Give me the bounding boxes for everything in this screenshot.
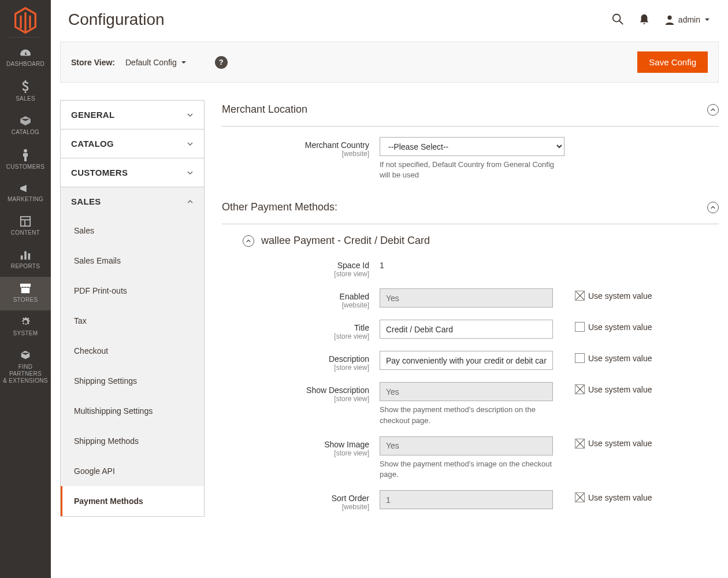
field-description: Description [store view] Use system valu…	[243, 351, 719, 372]
field-note: Show the payment method's description on…	[380, 405, 553, 425]
config-item-checkout[interactable]: Checkout	[61, 336, 204, 366]
config-tab-sales-items: Sales Sales Emails PDF Print-outs Tax Ch…	[60, 216, 205, 517]
nav-label: SALES	[2, 95, 49, 102]
chevron-down-icon	[187, 169, 194, 176]
store-view-label: Store View:	[71, 58, 115, 67]
enabled-input	[380, 288, 553, 307]
nav-sales[interactable]: SALES	[0, 75, 51, 109]
page-header: Configuration admin	[60, 0, 719, 42]
use-system-enabled[interactable]: Use system value	[575, 288, 652, 301]
nav-dashboard[interactable]: DASHBOARD	[0, 42, 51, 75]
nav-partners[interactable]: FIND PARTNERS& EXTENSIONS	[0, 344, 51, 391]
page-toolbar: Store View: Default Config ? Save Config	[60, 42, 719, 83]
config-item-sales[interactable]: Sales	[61, 216, 204, 246]
checkbox-icon	[575, 322, 585, 332]
config-tabs: GENERAL CATALOG CUSTOMERS SALES Sales Sa…	[60, 100, 205, 517]
title-input[interactable]	[380, 320, 553, 339]
field-label: Space Id	[243, 261, 369, 270]
collapse-icon	[707, 202, 719, 213]
checkbox-icon	[575, 353, 585, 363]
svg-rect-5	[24, 251, 27, 260]
nav-label: CATALOG	[2, 129, 49, 136]
field-show-image: Show Image [store view] Show the payment…	[243, 436, 719, 480]
fieldset-title: Merchant Location	[222, 103, 307, 116]
fieldset-title: Other Payment Methods:	[222, 201, 337, 213]
svg-point-7	[613, 14, 621, 21]
use-system-show-image[interactable]: Use system value	[575, 436, 652, 449]
merchant-country-select[interactable]: --Please Select--	[380, 137, 564, 156]
field-scope: [store view]	[243, 270, 369, 278]
field-space-id: Space Id [store view] 1	[243, 257, 719, 278]
search-icon[interactable]	[611, 13, 624, 27]
config-tab-customers[interactable]: CUSTOMERS	[60, 158, 205, 187]
system-icon	[2, 316, 49, 328]
chevron-down-icon	[187, 112, 194, 118]
nav-system[interactable]: SYSTEM	[0, 310, 51, 344]
nav-label: CONTENT	[2, 229, 49, 236]
nav-label: FIND PARTNERS& EXTENSIONS	[2, 364, 49, 384]
partners-icon	[2, 350, 49, 361]
fieldset-merchant-location-head[interactable]: Merchant Location	[222, 100, 719, 127]
notifications-icon[interactable]	[639, 13, 649, 27]
use-system-description[interactable]: Use system value	[575, 351, 652, 363]
config-item-pdf[interactable]: PDF Print-outs	[61, 276, 204, 306]
fieldset-wallee-card-head[interactable]: wallee Payment - Credit / Debit Card	[243, 235, 719, 247]
field-label: Show Description	[243, 386, 369, 395]
field-merchant-country: Merchant Country [website] --Please Sele…	[222, 137, 719, 180]
collapse-icon	[707, 104, 719, 116]
config-item-shipping-methods[interactable]: Shipping Methods	[61, 426, 204, 456]
nav-label: DASHBOARD	[2, 61, 49, 68]
nav-label: CUSTOMERS	[2, 164, 49, 171]
catalog-icon	[2, 115, 49, 127]
admin-sidebar: DASHBOARD SALES CATALOG CUSTOMERS MARKET…	[0, 0, 51, 517]
field-scope: [website]	[243, 503, 369, 511]
customers-icon	[2, 149, 49, 161]
save-config-button[interactable]: Save Config	[637, 51, 708, 73]
nav-customers[interactable]: CUSTOMERS	[0, 143, 51, 177]
magento-logo[interactable]	[14, 7, 37, 30]
field-label: Title	[243, 323, 369, 332]
config-item-shipping-settings[interactable]: Shipping Settings	[61, 366, 204, 396]
help-icon[interactable]: ?	[215, 56, 228, 69]
config-tab-catalog[interactable]: CATALOG	[60, 129, 205, 158]
user-menu[interactable]: admin	[664, 14, 711, 25]
nav-label: STORES	[2, 297, 49, 303]
nav-stores[interactable]: STORES	[0, 277, 51, 310]
svg-rect-4	[21, 255, 23, 260]
description-input[interactable]	[380, 351, 553, 370]
nav-reports[interactable]: REPORTS	[0, 243, 51, 277]
nav-catalog[interactable]: CATALOG	[0, 109, 51, 143]
field-scope: [store view]	[243, 332, 369, 340]
checkbox-icon	[575, 384, 585, 394]
content-icon	[2, 216, 49, 227]
collapse-icon	[243, 235, 254, 247]
nav-label: REPORTS	[2, 263, 49, 270]
config-tab-general[interactable]: GENERAL	[60, 100, 205, 129]
nav-marketing[interactable]: MARKETING	[0, 177, 51, 210]
chevron-up-icon	[187, 198, 194, 205]
field-label: Merchant Country	[222, 140, 369, 150]
use-system-sort-order[interactable]: Use system value	[575, 490, 652, 502]
stores-icon	[2, 283, 49, 294]
config-tab-sales[interactable]: SALES	[60, 187, 205, 216]
show-description-input	[380, 382, 553, 401]
store-view-switcher[interactable]: Default Config	[125, 58, 187, 67]
marketing-icon	[2, 183, 49, 194]
config-item-sales-emails[interactable]: Sales Emails	[61, 246, 204, 276]
nav-label: MARKETING	[2, 196, 49, 203]
chevron-down-icon	[187, 140, 194, 147]
field-label: Show Image	[243, 440, 369, 449]
use-system-title[interactable]: Use system value	[575, 320, 652, 332]
fieldset-other-payment-head[interactable]: Other Payment Methods:	[222, 198, 719, 224]
use-system-show-description[interactable]: Use system value	[575, 382, 652, 394]
config-item-google-api[interactable]: Google API	[61, 456, 204, 486]
dashboard-icon	[2, 48, 49, 58]
field-show-description: Show Description [store view] Show the p…	[243, 382, 719, 425]
config-item-multishipping[interactable]: Multishipping Settings	[61, 396, 204, 426]
config-item-payment-methods[interactable]: Payment Methods	[61, 486, 204, 516]
svg-point-0	[24, 149, 27, 153]
space-id-value: 1	[380, 257, 384, 270]
nav-label: SYSTEM	[2, 330, 49, 337]
config-item-tax[interactable]: Tax	[61, 306, 204, 336]
nav-content[interactable]: CONTENT	[0, 210, 51, 243]
